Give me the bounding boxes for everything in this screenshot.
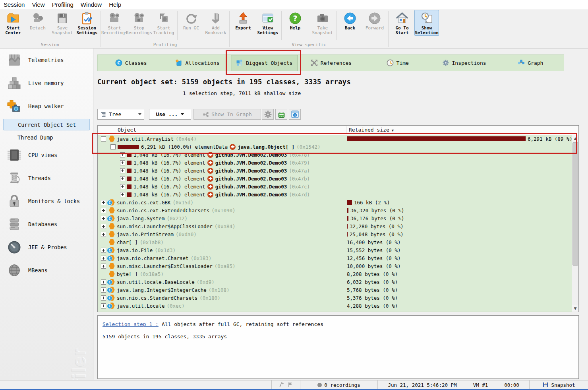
show-in-graph-button[interactable]: Show In Graph (193, 109, 261, 120)
view-settings-gear-button[interactable] (262, 109, 274, 120)
tab-label: Biggest Objects (246, 60, 292, 66)
toolbar-button-start-recordings[interactable]: Start Recordings (102, 10, 127, 36)
hexagon-icon (109, 223, 115, 229)
column-header-object[interactable]: Object (118, 127, 136, 133)
toolbar-button-start-center[interactable]: Start Center (1, 10, 25, 36)
expand-icon[interactable] (101, 200, 106, 205)
table-row[interactable]: 1,048 kB (16.7%) elementgithub.JVM.Demo0… (98, 182, 572, 190)
scroll-up-arrow[interactable]: ▲ (572, 135, 578, 142)
expand-icon[interactable] (120, 160, 125, 165)
table-row[interactable]: java.io.File(0x1d3)15,552 bytes (0 %) (98, 246, 572, 254)
menu-item-session[interactable]: Session (0, 0, 28, 10)
toolbar-button-session-settings[interactable]: Session Settings (75, 10, 99, 36)
expand-icon[interactable] (120, 176, 125, 181)
sidebar-item-cpu-views[interactable]: CPU views (0, 144, 93, 167)
expand-icon[interactable] (101, 303, 106, 309)
table-row[interactable]: sun.nio.cs.StandardCharsets(0x180)5,376 … (98, 294, 572, 302)
collapse-icon[interactable] (101, 136, 106, 142)
sidebar-item-jee-probes[interactable]: JEE & Probes (0, 236, 93, 259)
menu-item-view[interactable]: View (28, 0, 48, 10)
table-row[interactable]: sun.nio.cs.ext.GBK(0x15d)166 kB (2 %) (98, 198, 572, 206)
table-row[interactable]: java.util.Locale(0xec)4,288 bytes (0 %) (98, 302, 572, 310)
table-row[interactable]: 1,048 kB (16.7%) elementgithub.JVM.Demo0… (98, 159, 572, 167)
use-button[interactable]: Use ... (149, 109, 191, 120)
expand-icon[interactable] (120, 152, 125, 157)
expand-icon[interactable] (101, 279, 106, 285)
table-row[interactable]: char[ ](0x1ab8)16,400 bytes (0 %) (98, 238, 572, 246)
tab-biggest-objects[interactable]: Biggest Objects (231, 55, 298, 71)
sidebar-item-databases[interactable]: Databases (0, 213, 93, 236)
selection-step-link[interactable]: Selection step 1 : (103, 321, 159, 327)
tab-time[interactable]: Time (364, 55, 431, 71)
sidebar-item-heap-walker[interactable]: Heap walker (0, 95, 93, 118)
toolbar-button-take-snapshot[interactable]: Take Snapshot (310, 10, 335, 36)
expand-icon[interactable] (101, 216, 106, 221)
table-row[interactable]: java.lang.System(0x232)36,176 bytes (0 %… (98, 214, 572, 222)
table-row[interactable]: 1,048 kB (16.7%) elementgithub.JVM.Demo0… (98, 151, 572, 159)
table-row[interactable]: sun.misc.Launcher$AppClassLoader(0xa84)3… (98, 222, 572, 230)
expand-icon[interactable] (101, 224, 106, 229)
toolbar-button-detach[interactable]: Detach (25, 10, 50, 31)
toolbar-button-forward[interactable]: Forward (362, 10, 387, 31)
table-row[interactable]: sun.util.locale.BaseLocale(0xd9)6,032 by… (98, 278, 572, 286)
table-row[interactable]: 1,048 kB (16.7%) elementgithub.JVM.Demo0… (98, 167, 572, 175)
toolbar-button-save-snapshot[interactable]: Save Snapshot (50, 10, 75, 36)
tab-classes[interactable]: CClasses (98, 55, 164, 71)
menu-item-help[interactable]: Help (105, 0, 125, 10)
table-row[interactable]: byte[ ](0x18a5)8,208 bytes (0 %) (98, 270, 572, 278)
menu-item-profiling[interactable]: Profiling (48, 0, 77, 10)
toolbar-button-add-bookmark[interactable]: Add Bookmark (203, 10, 228, 36)
table-row[interactable]: sun.nio.cs.ext.ExtendedCharsets(0x1090)3… (98, 206, 572, 214)
table-row[interactable]: 6,291 kB (100.0%) elementDatajava.lang.O… (98, 143, 572, 151)
toolbar-button-run-gc[interactable]: Run GC (179, 10, 203, 31)
expand-icon[interactable] (120, 192, 125, 197)
status-bookmark-flags[interactable] (271, 380, 300, 389)
toolbar-button-help[interactable]: ?Help (283, 10, 308, 31)
sidebar-item-thread-dump[interactable]: Thread Dump (0, 131, 93, 144)
scroll-down-arrow[interactable]: ▼ (572, 305, 578, 312)
table-row[interactable]: 1,048 kB (16.7%) elementgithub.JVM.Demo0… (98, 190, 572, 198)
toolbar-button-show-selection[interactable]: Show Selection (414, 10, 439, 36)
sidebar-item-live-memory[interactable]: Live memory (0, 72, 93, 95)
column-header-retained-size[interactable]: Retained size (349, 127, 394, 133)
table-row[interactable]: java.io.PrintStream(0xda0)25,048 bytes (… (98, 230, 572, 238)
sidebar-item-telemetries[interactable]: Telemetries (0, 49, 93, 72)
scrollbar-thumb[interactable] (573, 142, 578, 266)
tab-inspections[interactable]: Inspections (431, 55, 497, 71)
tab-references[interactable]: References (298, 55, 364, 71)
vertical-scrollbar[interactable]: ▲ ▼ (572, 135, 578, 312)
toolbar-button-back[interactable]: Back (338, 10, 362, 31)
expand-icon[interactable] (101, 208, 106, 213)
sidebar-item-current-object-set[interactable]: Current Object Set (3, 119, 90, 130)
info-button[interactable]: i (289, 109, 301, 120)
toolbar-button-export[interactable]: Export (231, 10, 255, 31)
retained-size-cell: 36,320 bytes (0 %) (347, 206, 404, 214)
view-mode-select[interactable]: Tree (97, 109, 144, 120)
toolbar-button-view-settings[interactable]: View Settings (255, 10, 280, 36)
expand-icon[interactable] (101, 232, 106, 237)
toolbar-button-go-to-start[interactable]: Go To Start (390, 10, 414, 36)
tab-allocations[interactable]: Allocations (164, 55, 230, 71)
expand-icon[interactable] (101, 264, 106, 269)
collapse-icon[interactable] (110, 144, 116, 149)
menu-item-window[interactable]: Window (77, 0, 105, 10)
table-row[interactable]: java.nio.charset.Charset(0x183)12,456 by… (98, 254, 572, 262)
toolbar-button-start-tracking[interactable]: Start Tracking (151, 10, 176, 36)
toolbar-button-stop-recordings[interactable]: Stop Recordings (127, 10, 151, 36)
sidebar-item-mbeans[interactable]: MBeans (0, 259, 93, 282)
table-row[interactable]: 1,048 kB (16.7%) elementgithub.JVM.Demo0… (98, 175, 572, 182)
expand-icon[interactable] (120, 168, 125, 173)
table-row[interactable]: java.lang.Integer$IntegerCache(0x108)5,7… (98, 286, 572, 294)
table-row[interactable]: java.util.ArrayList(0x4e4)6,291 kB (89 %… (98, 135, 572, 143)
status-bar: 0 recordings Jun 21, 2021 5:46:20 PM VM … (0, 380, 588, 389)
tab-graph[interactable]: Graph (497, 55, 564, 71)
calculator-button[interactable] (275, 109, 287, 120)
expand-icon[interactable] (101, 295, 106, 301)
expand-icon[interactable] (120, 184, 125, 189)
table-row[interactable]: sun.misc.Launcher$ExtClassLoader(0xa85)1… (98, 262, 572, 270)
expand-icon[interactable] (101, 248, 106, 253)
sidebar-item-threads[interactable]: Threads (0, 167, 93, 190)
sidebar-item-monitors-locks[interactable]: Monitors & locks (0, 190, 93, 213)
expand-icon[interactable] (101, 287, 106, 293)
expand-icon[interactable] (101, 256, 106, 261)
